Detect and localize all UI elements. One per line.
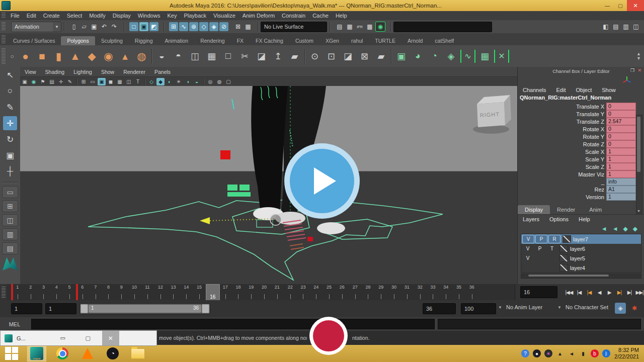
channel-value-field[interactable]: 1 [606, 155, 636, 163]
uv-editor-icon[interactable]: ▦ [476, 48, 493, 64]
create-empty-layer-icon[interactable]: ◆ [623, 225, 628, 232]
layer-toggle[interactable]: R [548, 235, 560, 243]
poly-cone-icon[interactable]: ▲ [67, 48, 84, 64]
start-button[interactable] [3, 346, 20, 361]
ipr-render-icon[interactable]: IPR [355, 22, 364, 31]
mini-minimize-button[interactable]: ▭ [56, 335, 70, 341]
combine-icon[interactable]: ◒ [153, 48, 170, 64]
viewport-menu-shading[interactable]: Shading [41, 69, 69, 75]
channel-value-field[interactable]: 1 [606, 193, 636, 201]
uv-fill-icon[interactable]: ▣ [393, 48, 410, 64]
range-start-handle[interactable] [80, 304, 88, 313]
select-object-icon[interactable]: ▣ [139, 22, 148, 31]
poly-pyramid-icon[interactable]: ▴ [117, 48, 133, 64]
menu-create[interactable]: Create [40, 11, 63, 20]
go-to-start-button[interactable]: |◀◀ [565, 287, 574, 297]
layer-toggle[interactable] [546, 264, 557, 272]
shelf-tab-curves-surfaces[interactable]: Curves / Surfaces [7, 36, 61, 45]
lock-camera-icon[interactable]: ▣ [21, 78, 29, 85]
bluetooth-tray-icon[interactable]: ᛒ [602, 349, 610, 357]
field-chart-icon[interactable]: ▦ [116, 78, 124, 85]
beats-tray-icon[interactable]: b [591, 349, 599, 357]
isolate-select-icon[interactable]: ◎ [206, 78, 214, 85]
layer-toggle[interactable]: P [535, 235, 547, 243]
step-forward-key-button[interactable]: ▶| [615, 287, 624, 297]
move-layer-down-icon[interactable]: ◄ [612, 225, 618, 232]
safe-title-icon[interactable]: T [134, 78, 142, 85]
layer-row-layer4[interactable]: layer4 [521, 263, 641, 273]
menu-file[interactable]: File [7, 11, 23, 20]
shelf-handle[interactable] [2, 48, 6, 63]
ambient-occlusion-icon[interactable]: ◒ [193, 78, 201, 85]
shelf-tab-animation[interactable]: Animation [158, 36, 194, 45]
uv-layout-icon[interactable]: ✕ [494, 50, 509, 63]
layer-row-layer7[interactable]: VPRlayer7 [521, 234, 641, 244]
exposure-icon[interactable]: ▢ [224, 78, 232, 85]
image-plane-icon[interactable]: ▤ [48, 78, 56, 85]
poly-torus-icon[interactable]: ◉ [100, 48, 117, 64]
shelf-tab-polygons[interactable]: Polygons [61, 36, 95, 45]
snap-point-icon[interactable]: ⊕ [189, 22, 198, 31]
small-red-marker[interactable] [307, 237, 313, 241]
poly-plane-icon[interactable]: ◆ [84, 48, 100, 64]
layout-split[interactable]: ▥ [2, 228, 18, 240]
menu-tearoff-handle[interactable] [2, 13, 6, 19]
rotate-manipulator[interactable] [270, 214, 281, 225]
channel-value-field[interactable]: info [606, 178, 636, 186]
menu-windows[interactable]: Windows [134, 11, 164, 20]
new-scene-icon[interactable]: ▯ [69, 22, 78, 31]
channel-menu-channels[interactable]: Channels [518, 87, 551, 93]
record-button[interactable] [309, 317, 348, 355]
menu-display[interactable]: Display [109, 11, 134, 20]
minimize-button[interactable]: — [601, 1, 614, 11]
render-settings-icon[interactable]: ▩ [365, 22, 374, 31]
close-button[interactable]: ✕ [627, 0, 644, 11]
layout-single-pane[interactable]: ▭ [2, 186, 18, 198]
shelf-tab-turtle[interactable]: TURTLE [369, 36, 401, 45]
cube-wire-icon[interactable]: □ [220, 48, 236, 64]
taskbar-explorer[interactable] [129, 346, 147, 361]
range-slider[interactable]: 1 36 [79, 303, 210, 314]
attribute-editor-icon[interactable]: ▤ [611, 22, 620, 31]
poly-cube-icon[interactable]: ■ [34, 48, 50, 64]
bridge-icon[interactable]: ▰ [286, 48, 303, 64]
layer-toggle[interactable] [546, 254, 557, 262]
render-current-frame-icon[interactable]: ▦ [345, 22, 354, 31]
anim-layer-selector[interactable]: No Anim Layer [506, 304, 542, 310]
channel-value-field[interactable]: 0 [606, 103, 636, 110]
float-panel-icon[interactable]: ❐ [630, 68, 634, 73]
menu-playback[interactable]: Playback [180, 11, 210, 20]
create-layer-from-selected-icon[interactable]: ◆ [633, 225, 637, 232]
menu-help[interactable]: Help [332, 11, 351, 20]
obs-tray-icon[interactable]: ● [533, 349, 541, 357]
layer-toggle[interactable] [522, 264, 533, 272]
shelf-tab-rahul[interactable]: rahul [345, 36, 369, 45]
command-line-language-toggle[interactable]: MEL [0, 321, 29, 327]
layer-tab-display[interactable]: Display [518, 205, 550, 214]
battery-tray-icon[interactable]: ▮ [579, 349, 587, 357]
selected-render-mode-icon[interactable]: ◉ [375, 22, 385, 32]
safe-action-icon[interactable]: ◫ [125, 78, 133, 85]
shelf-tab-catshelf[interactable]: catShelf [429, 36, 460, 45]
select-component-icon[interactable]: ◩ [149, 22, 158, 31]
shelf-options-icon[interactable]: ○ [8, 52, 17, 61]
channel-value-field[interactable]: 0 [606, 140, 636, 148]
layer-menu-layers[interactable]: Layers [518, 216, 544, 222]
restore-button[interactable]: ▢ [614, 1, 627, 11]
close-panel-icon[interactable]: ✕ [637, 68, 641, 73]
layer-row-layer6[interactable]: VPTlayer6 [521, 244, 641, 253]
timeline-track[interactable]: 1234567891011121314151617181920212223242… [7, 284, 515, 300]
sculpt-icon[interactable]: ⊠ [356, 48, 373, 64]
play-forwards-button[interactable]: ▶ [605, 287, 614, 297]
timeline-handle[interactable] [2, 287, 6, 298]
layer-toggle[interactable]: V [522, 254, 533, 262]
shelf-tab-rendering[interactable]: Rendering [194, 36, 230, 45]
range-end-handle[interactable] [202, 304, 209, 313]
channel-menu-object[interactable]: Object [571, 87, 597, 93]
uv-smooth-icon[interactable]: ∿ [460, 50, 475, 63]
channel-menu-show[interactable]: Show [597, 87, 621, 93]
shelf-scroll-arrows[interactable]: ▲▼ [636, 52, 641, 61]
redo-icon[interactable]: ↷ [110, 22, 119, 31]
channel-value-field[interactable]: 0 [606, 110, 636, 118]
channel-box-toggle-icon[interactable]: ◫ [631, 22, 640, 31]
